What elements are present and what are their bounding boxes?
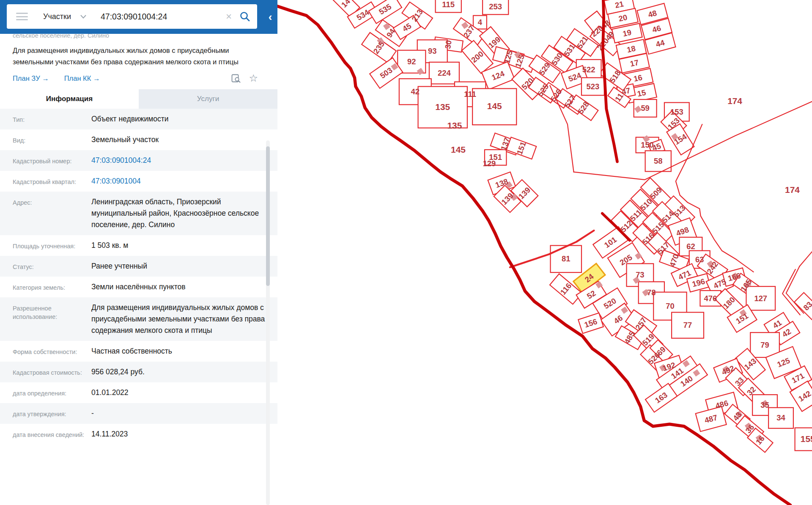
parcel-number-label: 224: [438, 69, 451, 77]
parcel-number-label: 153: [670, 107, 683, 116]
table-row: Форма собственности:Частная собственност…: [0, 341, 277, 362]
parcel-number-label: 58: [654, 156, 662, 165]
clear-search-icon[interactable]: ×: [226, 11, 232, 22]
table-row: Разрешенное использование:Для размещения…: [0, 297, 277, 341]
parcel-number-label: 35: [760, 401, 769, 409]
table-row: дата определения:01.01.2022: [0, 382, 277, 403]
layer-selector-dropdown[interactable]: Участки: [43, 12, 86, 21]
road-line: [782, 269, 800, 315]
row-label: дата утверждения:: [13, 408, 91, 419]
layer-selector-label: Участки: [43, 12, 71, 21]
row-value: Объект недвижимости: [91, 113, 266, 125]
parcel-number-label: 93: [428, 47, 436, 55]
info-panel: Участки 47:03:0901004:24 × ‹ Земельный у…: [0, 0, 277, 505]
app-window: { "search": { "layer_selector": "Участки…: [0, 0, 812, 505]
row-label: Тип:: [13, 113, 91, 125]
row-label: Кадастровая стоимость:: [13, 366, 91, 378]
table-row: Кадастровая стоимость:956 028,24 руб.: [0, 362, 277, 382]
parcel-number-label: 59: [641, 104, 649, 113]
parcel-number-label: 17: [629, 58, 639, 69]
parcel-number-label: 522: [582, 65, 595, 74]
parcel-number-label: 70: [666, 302, 674, 310]
row-label: Площадь уточненная:: [13, 240, 91, 251]
object-description: Для размещения индивидуальных жилых домо…: [13, 45, 256, 68]
menu-icon[interactable]: [16, 13, 28, 20]
parcel-number-label: 18: [626, 44, 636, 55]
attributes-table: Тип:Объект недвижимостиВид:Земельный уча…: [0, 109, 277, 445]
row-label: Статус:: [13, 261, 91, 272]
cadastral-map[interactable]: 1453453511525321394454237199302001251259…: [277, 0, 812, 505]
parcel-number-label: 77: [683, 321, 692, 329]
parcel-number-label: 79: [760, 340, 769, 349]
document-search-icon[interactable]: [231, 73, 241, 83]
row-value: 1 503 кв. м: [91, 240, 266, 251]
row-value: Ленинградская область, Приозерский муниц…: [91, 196, 266, 231]
parcel-number-label: 34: [776, 413, 785, 422]
parcel-number-label: 92: [407, 57, 416, 66]
row-value-link[interactable]: 47:03:0901004: [91, 176, 266, 187]
table-row: Кадастровый номер:47:03:0901004:24: [0, 150, 277, 171]
row-label: дата определения:: [13, 387, 91, 398]
table-row: Кадастровый квартал:47:03:0901004: [0, 171, 277, 192]
parcel-number-label: 73: [636, 270, 644, 279]
parcel-number-label: 15: [636, 88, 647, 99]
panel-scrollbar[interactable]: [266, 140, 270, 505]
parcel-number-label: 174: [727, 96, 742, 106]
parcel-number-label: 127: [754, 294, 767, 303]
parcel-number-label: 78: [647, 288, 656, 297]
cadastral-map-canvas[interactable]: 1453453511525321394454237199302001251259…: [277, 0, 812, 505]
plan-kk-link[interactable]: План КК →: [64, 74, 100, 82]
parcel-number-label: 81: [562, 254, 570, 263]
parcel-number-label: 174: [785, 185, 800, 195]
parcel-number-label: 145: [451, 145, 466, 154]
parcel-number-label: 523: [587, 82, 600, 91]
links-row: План ЗУ → План КК → ☆: [13, 73, 258, 83]
parcel-number-label: 62: [686, 242, 695, 251]
tab-services[interactable]: Услуги: [139, 89, 277, 109]
row-value: 01.01.2022: [91, 387, 266, 398]
table-row: Вид:Земельный участок: [0, 129, 277, 150]
road-line: [574, 102, 812, 180]
row-label: Вид:: [13, 134, 91, 145]
parcel-number-label: 16: [633, 73, 643, 83]
row-label: Разрешенное использование:: [13, 302, 91, 336]
parcel-number-label: 135: [447, 121, 462, 130]
parcel-number-label: 19: [622, 28, 632, 38]
row-value: Для размещения индивидуальных жилых домо…: [91, 302, 266, 336]
row-value: Земли населённых пунктов: [91, 281, 266, 293]
parcel-number-label: 30: [443, 40, 453, 49]
parcel-number-label: 20: [618, 13, 628, 23]
row-label: Форма собственности:: [13, 346, 91, 357]
row-value: Частная собственность: [91, 346, 266, 357]
plan-zu-link[interactable]: План ЗУ →: [13, 74, 49, 82]
parcel-number-label: 4: [478, 18, 483, 27]
scrollbar-thumb[interactable]: [266, 146, 270, 286]
table-row: Тип:Объект недвижимости: [0, 109, 277, 129]
table-row: Статус:Ранее учтенный: [0, 256, 277, 277]
collapse-panel-icon[interactable]: ‹: [264, 9, 277, 25]
parcel-number-label: 155: [801, 434, 812, 444]
row-value: 14.11.2023: [91, 428, 266, 440]
row-label: Адрес:: [13, 196, 91, 231]
row-label: дата внесения сведений:: [13, 428, 91, 440]
tab-bar: Информация Услуги: [0, 89, 277, 109]
parcel-number-label: 253: [489, 2, 502, 11]
row-label: Кадастровый номер:: [13, 155, 91, 166]
row-label: Категория земель:: [13, 281, 91, 293]
parcel-number-label: 135: [435, 102, 450, 112]
row-label: Кадастровый квартал:: [13, 176, 91, 187]
parcel-number-label: 115: [442, 0, 455, 9]
parcel-number-label: 145: [487, 101, 502, 111]
parcel-number-label: 63: [695, 255, 704, 264]
table-row: дата внесения сведений:14.11.2023: [0, 424, 277, 445]
row-value-link[interactable]: 47:03:0901004:24: [91, 155, 266, 166]
search-icon[interactable]: [239, 11, 250, 22]
tab-information[interactable]: Информация: [0, 89, 139, 109]
table-row: Адрес:Ленинградская область, Приозерский…: [0, 192, 277, 235]
search-header: Участки 47:03:0901004:24 × ‹: [0, 0, 277, 34]
row-value: Земельный участок: [91, 134, 266, 145]
road-line: [800, 252, 812, 266]
search-input[interactable]: 47:03:0901004:24: [101, 12, 167, 22]
favorite-star-icon[interactable]: ☆: [249, 73, 258, 83]
parcel-number-label: 42: [411, 87, 420, 96]
